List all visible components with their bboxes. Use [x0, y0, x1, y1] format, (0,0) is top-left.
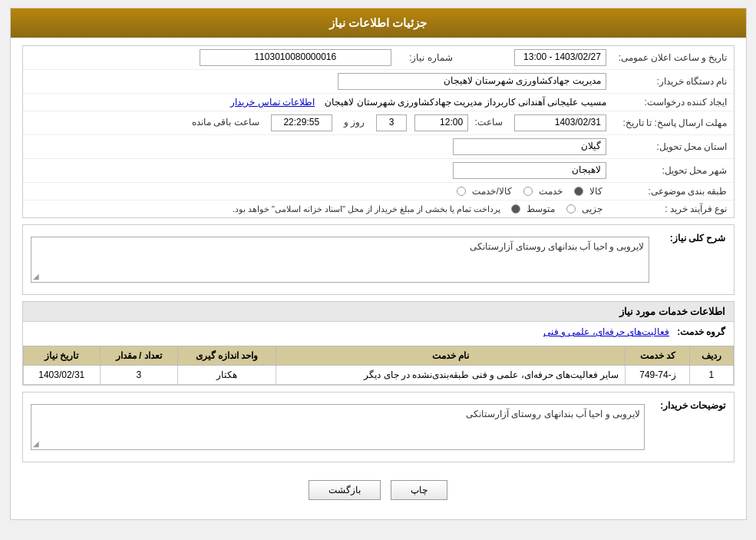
category-radio-group: کالا خدمت کالا/خدمت: [457, 186, 606, 197]
services-table-head: ردیف کد خدمت نام خدمت واحد اندازه گیری ت…: [23, 346, 733, 366]
cell-unit: هکتار: [177, 366, 276, 385]
resize-handle-2: ◢: [33, 439, 39, 448]
row-creator: ایجاد کننده درخواست: مسیب علیجانی آهندان…: [23, 94, 734, 111]
services-section-header: اطلاعات خدمات مورد نیاز: [23, 302, 734, 322]
city-value: لاهیجان: [23, 159, 612, 183]
need-description-section: شرح کلی نیاز: لایروبی و احیا آب بندانهای…: [22, 224, 735, 295]
buyer-notes-watermark-area: لایروبی و احیا آب بندانهای روستای آزارست…: [27, 404, 649, 450]
buyer-notes-label: توضیحات خریدار:: [652, 396, 733, 415]
radio-motavasset: [511, 204, 520, 214]
deadline-remaining-box: 22:29:55: [271, 114, 332, 131]
page-header: جزئیات اطلاعات نیاز: [11, 8, 746, 38]
row-deadline: مهلت ارسال پاسخ: تا تاریخ: 1403/02/31 سا…: [23, 111, 734, 135]
category-option-khedmat: خدمت: [523, 186, 566, 197]
need-description-wrapper: لایروبی و احیا آب بندانهای روستای آزارست…: [23, 229, 657, 290]
category-option-kala-khedmat: کالا/خدمت: [457, 186, 515, 197]
deadline-days-label: روز و: [340, 117, 368, 128]
buyer-notes-content: لایروبی و احیا آب بندانهای روستای آزارست…: [466, 409, 640, 419]
creator-value: مسیب علیجانی آهندانی کاربرداز مدیریت جها…: [23, 94, 612, 111]
row-category: طبقه بندی موضوعی: کالا خدمت: [23, 183, 734, 200]
bottom-buttons: چاپ بازگشت: [22, 469, 735, 512]
need-description-text: لایروبی و احیا آب بندانهای روستای آزارست…: [31, 237, 649, 283]
row-buyer-org: نام دستگاه خریدار: مدیریت جهادکشاورزی شه…: [23, 70, 734, 94]
col-header-unit: واحد اندازه گیری: [177, 346, 276, 366]
contact-link[interactable]: اطلاعات تماس خریدار: [230, 97, 315, 108]
col-header-code: کد خدمت: [626, 346, 690, 366]
cell-rownum: 1: [690, 366, 733, 385]
purchase-type-motavasset: متوسط: [511, 204, 559, 214]
top-info-section: تاریخ و ساعت اعلان عمومی: 1403/02/27 - 1…: [22, 45, 735, 218]
cell-date: 1403/02/31: [23, 366, 101, 385]
need-number-label: شماره نیاز:: [398, 46, 459, 70]
creator-label: ایجاد کننده درخواست:: [612, 94, 734, 111]
services-table-body: 1 ز-74-749 سایر فعالیت‌های حرفه‌ای، علمی…: [23, 366, 733, 385]
services-section: اطلاعات خدمات مورد نیاز گروه خدمت: فعالی…: [22, 301, 735, 386]
creator-text: مسیب علیجانی آهندانی کاربرداز مدیریت جها…: [325, 97, 606, 108]
province-label: استان محل تحویل:: [612, 135, 734, 159]
service-group-label: گروه خدمت:: [669, 326, 725, 337]
deadline-date-box: 1403/02/31: [514, 114, 606, 131]
row-province: استان محل تحویل: گیلان: [23, 135, 734, 159]
need-number-box: 1103010080000016: [200, 49, 391, 66]
purchase-type-radio-group: جزیی متوسط: [511, 204, 606, 214]
col-header-qty: تعداد / مقدار: [101, 346, 177, 366]
city-box: لاهیجان: [453, 162, 606, 179]
province-value: گیلان: [23, 135, 612, 159]
table-row: 1 ز-74-749 سایر فعالیت‌های حرفه‌ای، علمی…: [23, 366, 733, 385]
cell-qty: 3: [101, 366, 177, 385]
page-container: جزئیات اطلاعات نیاز تاریخ و ساعت اعلان ع…: [10, 8, 747, 520]
col-header-date: تاریخ نیاز: [23, 346, 101, 366]
deadline-time-label: ساعت:: [470, 117, 506, 128]
province-box: گیلان: [453, 138, 606, 155]
buyer-org-value: مدیریت جهادکشاورزی شهرستان لاهیجان: [23, 70, 612, 94]
deadline-days-box: 3: [376, 114, 407, 131]
purchase-type-jozi: جزیی: [566, 204, 606, 214]
radio-kala-khedmat: [457, 187, 466, 196]
announcement-value-box: 1403/02/27 - 13:00: [514, 49, 606, 66]
announcement-value: 1403/02/27 - 13:00: [474, 46, 612, 70]
col-header-name: نام خدمت: [276, 346, 626, 366]
purchase-type-label: نوع فرآیند خرید :: [612, 200, 734, 218]
purchase-type-note: پرداخت تمام یا بخشی از مبلغ خریدار از مح…: [233, 204, 501, 214]
cell-code: ز-74-749: [626, 366, 690, 385]
radio-jozi: [566, 204, 576, 214]
buyer-org-label: نام دستگاه خریدار:: [612, 70, 734, 94]
deadline-values: 1403/02/31 ساعت: 12:00 3 روز و 22:29:55 …: [23, 111, 612, 135]
info-table: تاریخ و ساعت اعلان عمومی: 1403/02/27 - 1…: [23, 46, 734, 217]
resize-handle-1: ◢: [33, 272, 39, 280]
radio-kala: [574, 187, 583, 196]
need-description-label: شرح کلی نیاز:: [657, 229, 734, 247]
service-group-row: گروه خدمت: فعالیت‌های حرفه‌ای، علمی و فن…: [23, 322, 734, 342]
service-group-value[interactable]: فعالیت‌های حرفه‌ای، علمی و فنی: [543, 326, 669, 337]
row-purchase-type: نوع فرآیند خرید : جزیی متوسط: [23, 200, 734, 218]
back-button[interactable]: بازگشت: [309, 480, 381, 500]
deadline-label: مهلت ارسال پاسخ: تا تاریخ:: [612, 111, 734, 135]
purchase-type-options: جزیی متوسط پرداخت تمام یا بخشی از مبلغ خ…: [23, 200, 612, 218]
content-area: تاریخ و ساعت اعلان عمومی: 1403/02/27 - 1…: [11, 38, 746, 519]
cell-name: سایر فعالیت‌های حرفه‌ای، علمی و فنی طبقه…: [276, 366, 626, 385]
need-description-watermark-area: لایروبی و احیا آب بندانهای روستای آزارست…: [27, 237, 653, 283]
page-title: جزئیات اطلاعات نیاز: [329, 16, 427, 29]
category-options: کالا خدمت کالا/خدمت: [23, 183, 612, 200]
deadline-time-box: 12:00: [414, 114, 468, 131]
category-label: طبقه بندی موضوعی:: [612, 183, 734, 200]
need-description-content: لایروبی و احیا آب بندانهای روستای آزارست…: [470, 241, 644, 252]
services-table: ردیف کد خدمت نام خدمت واحد اندازه گیری ت…: [23, 346, 734, 385]
buyer-notes-wrapper: توضیحات خریدار: لایروبی و احیا آب بندانه…: [23, 393, 734, 462]
print-button[interactable]: چاپ: [391, 480, 447, 500]
row-announcement: تاریخ و ساعت اعلان عمومی: 1403/02/27 - 1…: [23, 46, 734, 70]
buyer-notes-section: توضیحات خریدار: لایروبی و احیا آب بندانه…: [22, 392, 735, 462]
radio-khedmat: [523, 187, 533, 196]
deadline-remaining-label: ساعت باقی مانده: [188, 117, 263, 128]
buyer-notes-text: لایروبی و احیا آب بندانهای روستای آزارست…: [31, 404, 645, 450]
col-header-rownum: ردیف: [690, 346, 733, 366]
announcement-label: تاریخ و ساعت اعلان عمومی:: [612, 46, 734, 70]
city-label: شهر محل تحویل:: [612, 159, 734, 183]
category-option-kala: کالا: [574, 186, 606, 197]
buyer-org-box: مدیریت جهادکشاورزی شهرستان لاهیجان: [338, 73, 606, 90]
services-table-header-row: ردیف کد خدمت نام خدمت واحد اندازه گیری ت…: [23, 346, 733, 366]
row-city: شهر محل تحویل: لاهیجان: [23, 159, 734, 183]
need-number-value: 1103010080000016: [23, 46, 398, 70]
buyer-notes-content-wrapper: لایروبی و احیا آب بندانهای روستای آزارست…: [23, 396, 653, 458]
